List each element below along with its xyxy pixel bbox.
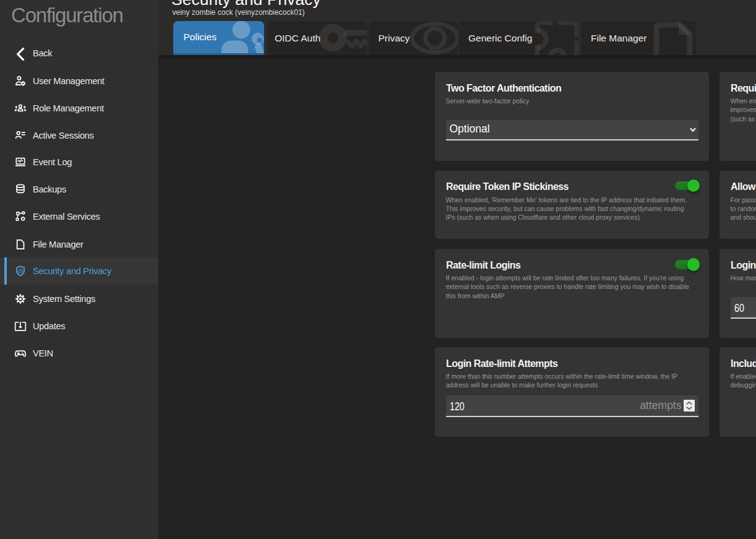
svg-text:@: @ — [17, 267, 24, 274]
